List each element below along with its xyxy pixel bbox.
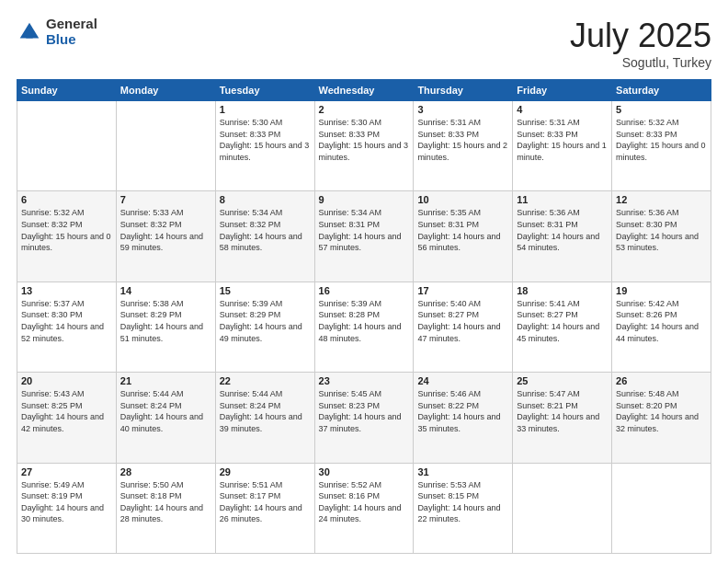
cell-4-3: 30 Sunrise: 5:52 AMSunset: 8:16 PMDaylig… <box>314 463 414 553</box>
col-saturday: Saturday <box>612 80 711 101</box>
cell-0-4: 3 Sunrise: 5:31 AMSunset: 8:33 PMDayligh… <box>414 101 513 191</box>
cell-info: Sunrise: 5:35 AMSunset: 8:31 PMDaylight:… <box>417 208 500 252</box>
header: General Blue July 2025 Sogutlu, Turkey <box>17 17 711 70</box>
day-number: 27 <box>21 466 112 477</box>
cell-info: Sunrise: 5:40 AMSunset: 8:27 PMDaylight:… <box>417 299 500 343</box>
day-number: 15 <box>220 285 311 296</box>
col-wednesday: Wednesday <box>314 80 414 101</box>
cell-info: Sunrise: 5:30 AMSunset: 8:33 PMDaylight:… <box>220 118 310 162</box>
day-number: 9 <box>319 194 410 205</box>
cell-0-1 <box>116 101 215 191</box>
day-number: 22 <box>220 375 311 386</box>
cell-2-2: 15 Sunrise: 5:39 AMSunset: 8:29 PMDaylig… <box>215 282 314 372</box>
cell-info: Sunrise: 5:53 AMSunset: 8:15 PMDaylight:… <box>417 480 500 524</box>
cell-2-3: 16 Sunrise: 5:39 AMSunset: 8:28 PMDaylig… <box>314 282 414 372</box>
day-number: 11 <box>517 194 608 205</box>
week-row-2: 6 Sunrise: 5:32 AMSunset: 8:32 PMDayligh… <box>17 191 711 282</box>
svg-rect-1 <box>26 31 32 38</box>
week-row-3: 13 Sunrise: 5:37 AMSunset: 8:30 PMDaylig… <box>17 282 711 372</box>
logo-general-text: General <box>46 17 97 32</box>
cell-info: Sunrise: 5:36 AMSunset: 8:31 PMDaylight:… <box>517 208 599 252</box>
cell-info: Sunrise: 5:39 AMSunset: 8:28 PMDaylight:… <box>319 299 402 343</box>
cell-1-0: 6 Sunrise: 5:32 AMSunset: 8:32 PMDayligh… <box>17 191 117 282</box>
cell-4-6 <box>612 463 711 553</box>
cell-info: Sunrise: 5:44 AMSunset: 8:24 PMDaylight:… <box>220 389 302 433</box>
cell-info: Sunrise: 5:32 AMSunset: 8:33 PMDaylight:… <box>616 118 706 162</box>
cell-1-5: 11 Sunrise: 5:36 AMSunset: 8:31 PMDaylig… <box>513 191 612 282</box>
logo-blue-text: Blue <box>46 32 97 48</box>
cell-info: Sunrise: 5:41 AMSunset: 8:27 PMDaylight:… <box>517 299 599 343</box>
cell-3-3: 23 Sunrise: 5:45 AMSunset: 8:23 PMDaylig… <box>314 373 414 463</box>
cell-2-1: 14 Sunrise: 5:38 AMSunset: 8:29 PMDaylig… <box>116 282 215 372</box>
day-number: 12 <box>616 194 707 205</box>
cell-0-0 <box>17 101 117 191</box>
cell-0-5: 4 Sunrise: 5:31 AMSunset: 8:33 PMDayligh… <box>513 101 612 191</box>
cell-info: Sunrise: 5:36 AMSunset: 8:30 PMDaylight:… <box>616 208 699 252</box>
cell-2-0: 13 Sunrise: 5:37 AMSunset: 8:30 PMDaylig… <box>17 282 117 372</box>
col-monday: Monday <box>116 80 215 101</box>
cell-info: Sunrise: 5:49 AMSunset: 8:19 PMDaylight:… <box>21 480 104 524</box>
calendar-body: 1 Sunrise: 5:30 AMSunset: 8:33 PMDayligh… <box>17 101 711 554</box>
day-number: 31 <box>417 466 508 477</box>
day-number: 8 <box>220 194 311 205</box>
title-area: July 2025 Sogutlu, Turkey <box>570 17 711 70</box>
month-title: July 2025 <box>570 17 711 55</box>
day-number: 24 <box>417 375 508 386</box>
cell-info: Sunrise: 5:48 AMSunset: 8:20 PMDaylight:… <box>616 389 699 433</box>
cell-info: Sunrise: 5:37 AMSunset: 8:30 PMDaylight:… <box>21 299 104 343</box>
cell-info: Sunrise: 5:52 AMSunset: 8:16 PMDaylight:… <box>319 480 402 524</box>
col-tuesday: Tuesday <box>215 80 314 101</box>
cell-4-2: 29 Sunrise: 5:51 AMSunset: 8:17 PMDaylig… <box>215 463 314 553</box>
cell-info: Sunrise: 5:43 AMSunset: 8:25 PMDaylight:… <box>21 389 104 433</box>
day-number: 2 <box>319 104 410 115</box>
location-subtitle: Sogutlu, Turkey <box>570 55 711 70</box>
day-number: 13 <box>21 285 112 296</box>
cell-3-4: 24 Sunrise: 5:46 AMSunset: 8:22 PMDaylig… <box>414 373 513 463</box>
cell-1-2: 8 Sunrise: 5:34 AMSunset: 8:32 PMDayligh… <box>215 191 314 282</box>
day-number: 20 <box>21 375 112 386</box>
cell-1-1: 7 Sunrise: 5:33 AMSunset: 8:32 PMDayligh… <box>116 191 215 282</box>
logo-icon <box>17 19 42 45</box>
cell-3-5: 25 Sunrise: 5:47 AMSunset: 8:21 PMDaylig… <box>513 373 612 463</box>
cell-info: Sunrise: 5:42 AMSunset: 8:26 PMDaylight:… <box>616 299 699 343</box>
week-row-1: 1 Sunrise: 5:30 AMSunset: 8:33 PMDayligh… <box>17 101 711 191</box>
cell-info: Sunrise: 5:51 AMSunset: 8:17 PMDaylight:… <box>220 480 302 524</box>
cell-info: Sunrise: 5:34 AMSunset: 8:31 PMDaylight:… <box>319 208 402 252</box>
week-row-5: 27 Sunrise: 5:49 AMSunset: 8:19 PMDaylig… <box>17 463 711 553</box>
cell-2-6: 19 Sunrise: 5:42 AMSunset: 8:26 PMDaylig… <box>612 282 711 372</box>
cell-info: Sunrise: 5:46 AMSunset: 8:22 PMDaylight:… <box>417 389 500 433</box>
col-thursday: Thursday <box>414 80 513 101</box>
col-sunday: Sunday <box>17 80 117 101</box>
day-number: 6 <box>21 194 112 205</box>
day-number: 17 <box>417 285 508 296</box>
cell-info: Sunrise: 5:31 AMSunset: 8:33 PMDaylight:… <box>517 118 607 162</box>
cell-4-5 <box>513 463 612 553</box>
cell-0-2: 1 Sunrise: 5:30 AMSunset: 8:33 PMDayligh… <box>215 101 314 191</box>
cell-1-6: 12 Sunrise: 5:36 AMSunset: 8:30 PMDaylig… <box>612 191 711 282</box>
cell-info: Sunrise: 5:39 AMSunset: 8:29 PMDaylight:… <box>220 299 302 343</box>
cell-info: Sunrise: 5:33 AMSunset: 8:32 PMDaylight:… <box>120 208 203 252</box>
cell-4-4: 31 Sunrise: 5:53 AMSunset: 8:15 PMDaylig… <box>414 463 513 553</box>
week-row-4: 20 Sunrise: 5:43 AMSunset: 8:25 PMDaylig… <box>17 373 711 463</box>
calendar-header: Sunday Monday Tuesday Wednesday Thursday… <box>17 80 711 101</box>
day-number: 5 <box>616 104 707 115</box>
cell-info: Sunrise: 5:31 AMSunset: 8:33 PMDaylight:… <box>417 118 507 162</box>
logo: General Blue <box>17 17 97 47</box>
day-number: 26 <box>616 375 707 386</box>
cell-3-6: 26 Sunrise: 5:48 AMSunset: 8:20 PMDaylig… <box>612 373 711 463</box>
day-number: 18 <box>517 285 608 296</box>
cell-4-1: 28 Sunrise: 5:50 AMSunset: 8:18 PMDaylig… <box>116 463 215 553</box>
day-number: 28 <box>120 466 211 477</box>
day-number: 29 <box>220 466 311 477</box>
cell-3-2: 22 Sunrise: 5:44 AMSunset: 8:24 PMDaylig… <box>215 373 314 463</box>
cell-info: Sunrise: 5:38 AMSunset: 8:29 PMDaylight:… <box>120 299 203 343</box>
cell-info: Sunrise: 5:32 AMSunset: 8:32 PMDaylight:… <box>21 208 111 252</box>
cell-2-4: 17 Sunrise: 5:40 AMSunset: 8:27 PMDaylig… <box>414 282 513 372</box>
cell-info: Sunrise: 5:50 AMSunset: 8:18 PMDaylight:… <box>120 480 203 524</box>
cell-3-0: 20 Sunrise: 5:43 AMSunset: 8:25 PMDaylig… <box>17 373 117 463</box>
cell-1-4: 10 Sunrise: 5:35 AMSunset: 8:31 PMDaylig… <box>414 191 513 282</box>
day-number: 1 <box>220 104 311 115</box>
cell-info: Sunrise: 5:44 AMSunset: 8:24 PMDaylight:… <box>120 389 203 433</box>
cell-info: Sunrise: 5:45 AMSunset: 8:23 PMDaylight:… <box>319 389 402 433</box>
cell-3-1: 21 Sunrise: 5:44 AMSunset: 8:24 PMDaylig… <box>116 373 215 463</box>
